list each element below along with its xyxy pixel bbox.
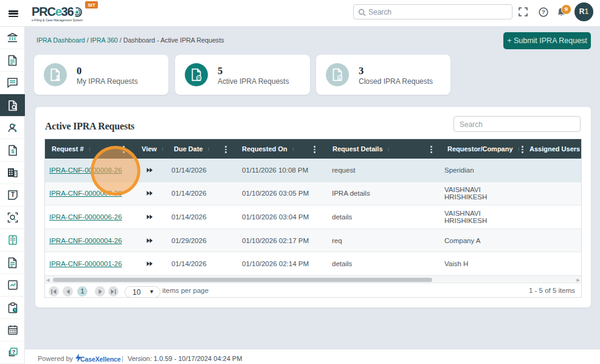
svg-text:?: ? [542,9,545,15]
svg-text:T: T [10,191,14,198]
svg-text:?: ? [12,349,15,355]
svg-text:$: $ [11,148,14,154]
